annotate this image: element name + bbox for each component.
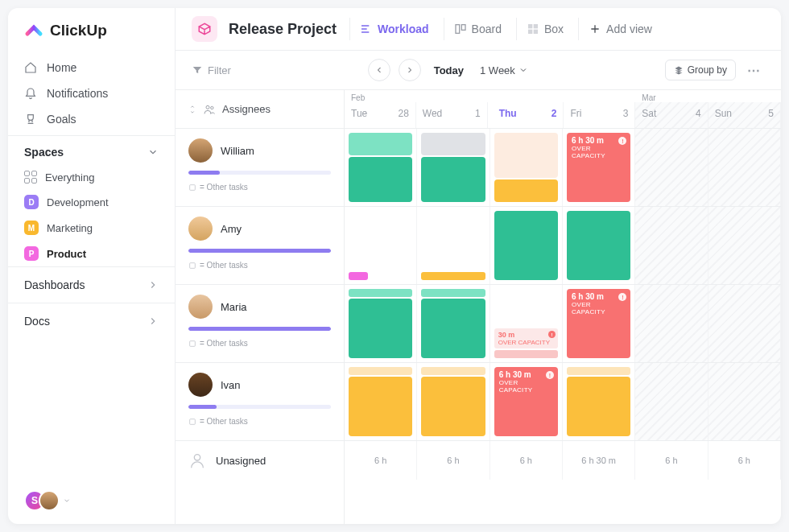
calendar-cell[interactable] — [708, 285, 781, 362]
assignee-header-label: Assignees — [222, 103, 271, 115]
tab-add-view[interactable]: Add view — [578, 18, 662, 40]
sidebar: ClickUp Home Notifications Goals Spaces … — [8, 8, 176, 524]
calendar-cell[interactable] — [345, 285, 417, 362]
topbar: Release Project Workload Board Box Add v… — [176, 8, 781, 51]
calendar-cell[interactable] — [490, 207, 563, 284]
spaces-header[interactable]: Spaces — [8, 135, 175, 165]
toolbar: Filter Today 1 Week Group by ⋯ — [176, 51, 781, 90]
tab-workload[interactable]: Workload — [349, 18, 439, 40]
tab-box-label: Box — [544, 23, 564, 35]
logo[interactable]: ClickUp — [8, 8, 175, 52]
tab-board[interactable]: Board — [444, 18, 511, 40]
day-header[interactable]: Thu2 — [493, 102, 564, 128]
space-item[interactable]: PProduct — [8, 241, 175, 266]
day-header[interactable]: Wed1 — [416, 102, 488, 128]
calendar-cell[interactable] — [345, 207, 417, 284]
unassigned-label: Unasigned — [216, 455, 266, 467]
calendar-cell[interactable] — [345, 363, 417, 440]
day-header[interactable]: Sat4 — [635, 102, 708, 128]
nav-dashboards-label: Dashboards — [24, 278, 85, 291]
calendar-cell[interactable]: 30 mOVER CAPACITY! — [490, 285, 563, 362]
group-by-button[interactable]: Group by — [665, 60, 736, 80]
grid-icon — [24, 171, 37, 184]
assignee-name: William — [221, 145, 254, 157]
calendar-cell[interactable] — [708, 129, 781, 206]
prev-button[interactable] — [368, 59, 390, 81]
calendar-cell[interactable] — [635, 207, 708, 284]
nav-notifications[interactable]: Notifications — [8, 80, 175, 106]
footer-hour-cell: 6 h — [490, 441, 563, 480]
month-label: Feb — [345, 90, 635, 102]
project-icon[interactable] — [192, 16, 217, 42]
avatar — [188, 138, 213, 163]
assignee-row[interactable]: William= Other tasks — [176, 129, 344, 207]
project-title: Release Project — [229, 21, 337, 38]
calendar-cell[interactable] — [417, 129, 490, 206]
calendar-cell[interactable] — [708, 363, 781, 440]
nav-docs-label: Docs — [24, 315, 50, 328]
range-label: 1 Week — [480, 64, 515, 76]
plus-icon — [589, 23, 601, 35]
assignee-header[interactable]: Assignees — [176, 90, 344, 129]
svg-rect-1 — [461, 25, 465, 31]
calendar-cell[interactable] — [345, 129, 417, 206]
nav-docs[interactable]: Docs — [8, 303, 175, 339]
chevron-down-icon — [147, 146, 159, 158]
tab-add-view-label: Add view — [606, 23, 652, 35]
unassigned-row[interactable]: Unasigned — [176, 441, 344, 480]
user-footer[interactable]: S — [8, 477, 175, 524]
box-icon — [527, 23, 539, 35]
progress-bar — [188, 171, 331, 175]
calendar-cell[interactable] — [563, 363, 635, 440]
assignee-row[interactable]: Ivan= Other tasks — [176, 363, 344, 441]
footer-hour-cell: 6 h — [708, 441, 781, 480]
calendar-cell[interactable] — [635, 285, 708, 362]
assignee-name: Maria — [221, 301, 247, 313]
calendar-cell[interactable] — [635, 129, 708, 206]
range-selector[interactable]: 1 Week — [480, 64, 528, 76]
month-label: Mar — [635, 90, 781, 102]
nav-goals[interactable]: Goals — [8, 106, 175, 132]
nav-dashboards[interactable]: Dashboards — [8, 266, 175, 303]
svg-rect-2 — [528, 24, 532, 28]
next-button[interactable] — [399, 59, 421, 81]
over-capacity-block[interactable]: 6 h 30 mOVER CAPACITY! — [567, 289, 630, 358]
more-button[interactable]: ⋯ — [744, 60, 765, 81]
space-item[interactable]: MMarketing — [8, 215, 175, 241]
assignee-name: Ivan — [221, 379, 241, 391]
day-header[interactable]: Tue28 — [345, 102, 416, 128]
over-capacity-block[interactable]: 30 mOVER CAPACITY! — [494, 328, 558, 348]
avatar — [188, 373, 213, 397]
home-icon — [24, 61, 37, 74]
space-everything[interactable]: Everything — [8, 165, 175, 189]
space-item[interactable]: DDevelopment — [8, 189, 175, 215]
calendar-row — [345, 207, 781, 285]
filter-button[interactable]: Filter — [192, 64, 231, 76]
calendar-cell[interactable] — [708, 207, 781, 284]
calendar-cell[interactable] — [417, 285, 490, 362]
calendar-cell[interactable]: 6 h 30 mOVER CAPACITY! — [563, 129, 635, 206]
day-header[interactable]: Sun5 — [708, 102, 781, 128]
nav-home[interactable]: Home — [8, 55, 175, 80]
svg-rect-4 — [528, 30, 532, 34]
today-button[interactable]: Today — [434, 64, 464, 76]
svg-rect-3 — [534, 24, 538, 28]
calendar-cell[interactable] — [490, 129, 563, 206]
over-capacity-block[interactable]: 6 h 30 mOVER CAPACITY! — [494, 367, 558, 436]
calendar-cell[interactable] — [563, 207, 635, 284]
calendar-cell[interactable]: 6 h 30 mOVER CAPACITY! — [490, 363, 563, 440]
other-tasks-label: = Other tasks — [188, 183, 331, 192]
assignee-row[interactable]: Amy= Other tasks — [176, 207, 344, 285]
day-header[interactable]: Fri3 — [564, 102, 635, 128]
user-avatar — [39, 490, 60, 511]
calendar-row: 6 h 30 mOVER CAPACITY! — [345, 363, 781, 441]
calendar-cell[interactable] — [417, 207, 490, 284]
tab-box[interactable]: Box — [516, 18, 573, 40]
chevron-right-icon — [405, 65, 415, 75]
over-capacity-block[interactable]: 6 h 30 mOVER CAPACITY! — [567, 133, 630, 202]
space-badge: M — [24, 221, 39, 235]
calendar-cell[interactable] — [417, 363, 490, 440]
calendar-cell[interactable]: 6 h 30 mOVER CAPACITY! — [563, 285, 635, 362]
assignee-row[interactable]: Maria= Other tasks — [176, 285, 344, 363]
calendar-cell[interactable] — [635, 363, 708, 440]
